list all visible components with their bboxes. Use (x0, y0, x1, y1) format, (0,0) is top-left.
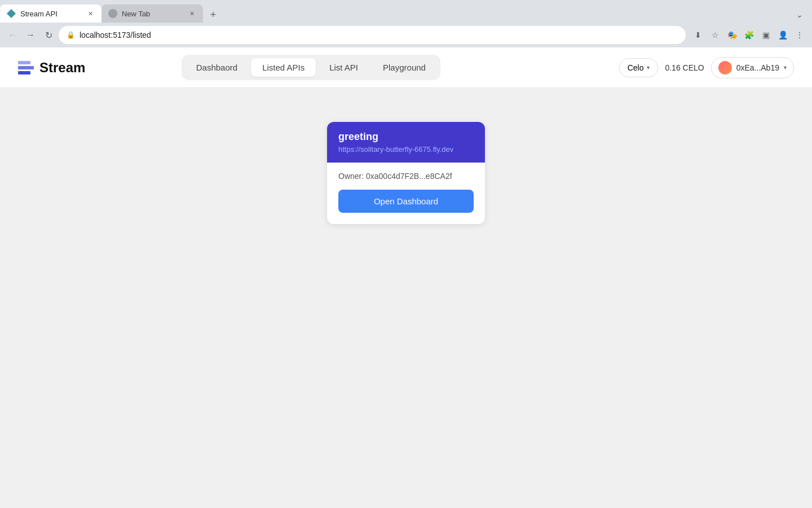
wallet-button[interactable]: 0xEa...Ab19 ▾ (711, 57, 794, 78)
tab-stream-api[interactable]: Stream API ✕ (0, 5, 102, 23)
address-text: localhost:5173/listed (80, 30, 678, 40)
address-bar[interactable]: 🔒 localhost:5173/listed (59, 26, 686, 44)
tab-stream-api-close[interactable]: ✕ (86, 9, 95, 18)
nav-links: Dashbaord Listed APIs List API Playgroun… (182, 55, 440, 80)
api-owner: Owner: 0xa00c4d7F2B...e8CA2f (338, 172, 474, 181)
chrome-menu-icon[interactable]: ⌄ (792, 7, 807, 23)
app-container: Stream Dashbaord Listed APIs List API Pl… (0, 47, 812, 508)
browser-chrome: Stream API ✕ New Tab ✕ + ⌄ ← → ↻ 🔒 local… (0, 0, 812, 47)
forward-button[interactable]: → (23, 27, 38, 43)
nav-link-dashboard[interactable]: Dashbaord (185, 58, 249, 77)
logo-icon (18, 60, 34, 76)
extension-icon-1[interactable]: 🎭 (724, 27, 740, 43)
api-url: https://solitary-butterfly-6675.fly.dev (338, 145, 474, 154)
address-bar-row: ← → ↻ 🔒 localhost:5173/listed ⬇ ☆ 🎭 🧩 ▣ … (0, 23, 812, 47)
logo: Stream (18, 60, 85, 76)
bookmark-icon[interactable]: ☆ (707, 27, 723, 43)
lock-icon: 🔒 (67, 31, 75, 39)
wallet-address-text: 0xEa...Ab19 (736, 63, 779, 72)
more-icon[interactable]: ⋮ (792, 27, 807, 43)
network-name: Celo (628, 63, 644, 72)
logo-layer-3 (18, 71, 30, 75)
api-card-body: Owner: 0xa00c4d7F2B...e8CA2f Open Dashbo… (327, 163, 485, 224)
api-name: greeting (338, 131, 474, 143)
tab-new-tab-title: New Tab (122, 10, 183, 18)
logo-layer-1 (18, 61, 30, 64)
balance-display: 0.16 CELO (665, 63, 704, 72)
new-tab-favicon (108, 9, 117, 18)
network-selector[interactable]: Celo ▾ (619, 58, 659, 77)
open-dashboard-button[interactable]: Open Dashboard (338, 190, 474, 213)
main-nav: Stream Dashbaord Listed APIs List API Pl… (0, 47, 812, 88)
profile-icon[interactable]: 👤 (775, 27, 791, 43)
logo-text: Stream (39, 60, 85, 76)
nav-link-list-api[interactable]: List API (318, 58, 369, 77)
nav-link-listed-apis[interactable]: Listed APIs (251, 58, 316, 77)
wallet-avatar (718, 61, 732, 75)
nav-link-playground[interactable]: Playground (372, 58, 437, 77)
api-card: greeting https://solitary-butterfly-6675… (327, 122, 485, 224)
main-content: greeting https://solitary-butterfly-6675… (0, 88, 812, 508)
tab-new-tab-close[interactable]: ✕ (187, 9, 196, 18)
network-chevron-icon: ▾ (647, 64, 650, 71)
back-button[interactable]: ← (5, 27, 20, 43)
nav-right: Celo ▾ 0.16 CELO 0xEa...Ab19 ▾ (619, 57, 794, 78)
wallet-chevron-icon: ▾ (784, 64, 787, 71)
stream-api-favicon (7, 9, 16, 18)
api-card-header: greeting https://solitary-butterfly-6675… (327, 122, 485, 163)
download-icon[interactable]: ⬇ (690, 27, 706, 43)
new-tab-button[interactable]: + (205, 7, 221, 23)
tab-bar: Stream API ✕ New Tab ✕ + ⌄ (0, 0, 812, 23)
reader-mode-icon[interactable]: ▣ (758, 27, 774, 43)
reload-button[interactable]: ↻ (41, 27, 56, 43)
tab-new-tab[interactable]: New Tab ✕ (102, 5, 203, 23)
extension-icon-2[interactable]: 🧩 (741, 27, 757, 43)
toolbar-actions: ⬇ ☆ 🎭 🧩 ▣ 👤 ⋮ (690, 27, 807, 43)
logo-layer-2 (18, 66, 34, 69)
tab-stream-api-title: Stream API (20, 10, 81, 18)
